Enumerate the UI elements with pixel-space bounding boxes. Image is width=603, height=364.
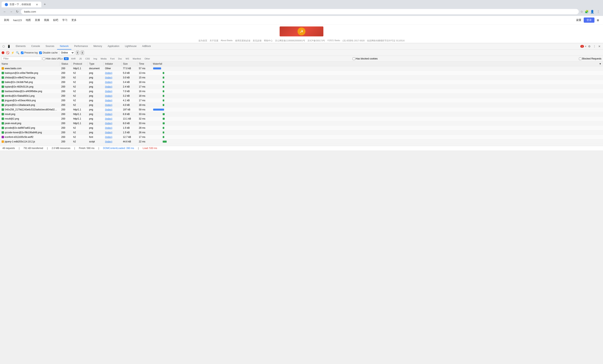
initiator-link[interactable]: (index): [105, 127, 112, 129]
filter-media-button[interactable]: Media: [99, 57, 108, 60]
tab-memory[interactable]: Memory: [91, 43, 105, 49]
tab-lighthouse[interactable]: Lighthouse: [122, 43, 139, 49]
initiator-link[interactable]: (index): [105, 90, 112, 93]
header-waterfall[interactable]: Waterfall ▼: [151, 62, 603, 66]
extensions-button[interactable]: 🧩: [585, 10, 589, 13]
header-time[interactable]: Time: [137, 62, 151, 66]
tab-close-button[interactable]: ✕: [36, 3, 38, 6]
export-har-button[interactable]: ⬇: [81, 51, 84, 55]
header-protocol[interactable]: Protocol: [72, 62, 88, 66]
more-tools-button[interactable]: ⋮: [592, 44, 597, 49]
initiator-link[interactable]: (index): [105, 113, 112, 116]
filter-img-button[interactable]: Img: [92, 57, 98, 60]
filter-button[interactable]: ⚡: [11, 51, 14, 54]
initiator-link[interactable]: (index): [105, 76, 112, 79]
tab-console[interactable]: Console: [28, 43, 43, 49]
blocked-requests-label[interactable]: Blocked Requests: [579, 57, 601, 60]
header-status[interactable]: Status: [60, 62, 72, 66]
nav-hao123[interactable]: hao123: [13, 19, 22, 22]
back-button[interactable]: ←: [2, 9, 7, 14]
tab-adblock[interactable]: AdBlock: [139, 43, 154, 49]
disable-cache-checkbox[interactable]: [39, 51, 42, 54]
footer-about-en[interactable]: About Baidu: [221, 39, 233, 42]
bookmark-button[interactable]: ☆: [580, 10, 583, 13]
tab-network[interactable]: Network: [57, 43, 71, 49]
record-button[interactable]: [2, 51, 4, 54]
table-row[interactable]: qrcode@2x-daf987ad02.png200h2png(index)1…: [0, 126, 603, 130]
nav-more[interactable]: 更多: [71, 18, 77, 22]
new-tab-button[interactable]: +: [42, 2, 47, 7]
nav-live[interactable]: 直播: [35, 18, 40, 22]
inspect-element-button[interactable]: ⬡: [2, 44, 6, 49]
filter-manifest-button[interactable]: Manifest: [131, 57, 142, 60]
header-initiator[interactable]: Initiator: [104, 62, 121, 66]
hide-data-urls-label[interactable]: Hide data URLs: [43, 57, 63, 60]
import-har-button[interactable]: ⬆: [76, 51, 79, 55]
table-row[interactable]: www.baidu.com200http/1.1documentOther77.…: [0, 66, 603, 71]
browser-tab-active[interactable]: 🐾 百度一下，你就知道 ✕: [2, 2, 41, 7]
nav-tieba[interactable]: 贴吧: [53, 18, 58, 22]
filter-js-button[interactable]: JS: [78, 57, 83, 60]
footer-help[interactable]: 帮助中心: [264, 39, 273, 42]
initiator-link[interactable]: (index): [105, 99, 112, 102]
address-input[interactable]: [21, 9, 579, 14]
nav-study[interactable]: 学习: [62, 18, 67, 22]
table-row[interactable]: wenku@2x-f3aba893c1.png200h2png(index)3.…: [0, 94, 603, 98]
initiator-link[interactable]: (index): [105, 140, 112, 143]
tab-sources[interactable]: Sources: [43, 43, 57, 49]
footer-feedback[interactable]: 意见反馈: [253, 39, 262, 42]
search-button[interactable]: 🔍: [16, 51, 19, 54]
table-row[interactable]: result@2.png200http/1.1png(index)13.1 kB…: [0, 117, 603, 121]
initiator-link[interactable]: (index): [105, 104, 112, 106]
nav-video[interactable]: 视频: [44, 18, 49, 22]
nav-news[interactable]: 新闻: [4, 18, 9, 22]
initiator-link[interactable]: (index): [105, 81, 112, 83]
baidu-settings[interactable]: 设置: [576, 18, 581, 22]
initiator-link[interactable]: (index): [105, 131, 112, 134]
filter-css-button[interactable]: CSS: [84, 57, 91, 60]
table-row[interactable]: jquery-1-edb203c114.10.2.js200h2script(i…: [0, 140, 603, 144]
filter-other-button[interactable]: Other: [143, 57, 151, 60]
filter-ws-button[interactable]: WS: [125, 57, 130, 60]
table-row[interactable]: yinyue@2x-c18adacacb.png200h2png(index)4…: [0, 103, 603, 107]
table-row[interactable]: zhidao@2x-e9b427ecc4.png200h2png(index)3…: [0, 75, 603, 80]
tab-elements[interactable]: Elements: [13, 43, 28, 49]
table-row[interactable]: baobaozhidao@2x-af409f9dbe.png200h2png(i…: [0, 89, 603, 94]
initiator-link[interactable]: (index): [105, 72, 112, 74]
footer-terms[interactable]: 使用百度前必读: [235, 39, 250, 42]
header-type[interactable]: Type: [88, 62, 104, 66]
throttling-select[interactable]: Online Fast 3G Slow 3G Offline: [59, 50, 74, 55]
tab-performance[interactable]: Performance: [71, 43, 91, 49]
disable-cache-label[interactable]: Disable cache: [39, 51, 58, 54]
initiator-link[interactable]: (index): [105, 117, 112, 120]
preserve-log-label[interactable]: Preserve log: [21, 51, 38, 54]
blocked-requests-checkbox[interactable]: [579, 58, 581, 60]
table-row[interactable]: 540x258_2179d1243e6c5320a8dcbecd834a025d…: [0, 107, 603, 112]
table-row[interactable]: result.png200http/1.1png(index)6.9 kB33 …: [0, 112, 603, 117]
hide-data-urls-checkbox[interactable]: [43, 58, 45, 60]
has-blocked-cookies-checkbox[interactable]: [353, 58, 355, 60]
close-devtools-button[interactable]: ✕: [597, 44, 601, 49]
table-row[interactable]: iconfont-d312d35c5b.woff2200h2font(index…: [0, 135, 603, 140]
filter-all-button[interactable]: All: [64, 57, 69, 60]
table-row[interactable]: baiduyun@2x-e0be79e69e.png200h2png(index…: [0, 71, 603, 75]
table-row[interactable]: peak-result.png200http/1.1png(index)8.0 …: [0, 121, 603, 126]
initiator-link[interactable]: (index): [105, 122, 112, 125]
clear-button[interactable]: 🚫: [6, 51, 9, 54]
initiator-link[interactable]: (index): [105, 108, 112, 111]
forward-button[interactable]: →: [9, 9, 13, 14]
nav-map[interactable]: 地图: [26, 18, 31, 22]
device-toolbar-button[interactable]: 📱: [6, 44, 11, 49]
filter-doc-button[interactable]: Doc: [117, 57, 123, 60]
tab-application[interactable]: Application: [105, 43, 122, 49]
filter-xhr-button[interactable]: XHR: [70, 57, 77, 60]
table-row[interactable]: tupian@2x-482fc011fc.png200h2png(index)2…: [0, 84, 603, 89]
initiator-link[interactable]: (index): [105, 85, 112, 88]
initiator-link[interactable]: (index): [105, 136, 112, 139]
more-button[interactable]: ⋮: [596, 9, 601, 14]
reload-button[interactable]: ↻: [15, 9, 19, 14]
header-name[interactable]: Name: [0, 62, 60, 66]
preserve-log-checkbox[interactable]: [21, 51, 23, 54]
header-size[interactable]: Size: [121, 62, 137, 66]
footer-set-home[interactable]: 设为首页: [198, 39, 207, 42]
